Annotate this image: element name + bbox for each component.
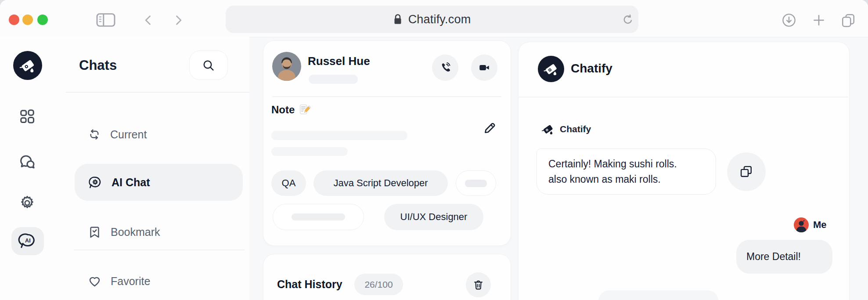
chatify-small-tag-icon [541,122,555,136]
traffic-lights [8,14,48,26]
sidebar-item-ai-chat[interactable]: AI Chat [75,164,243,201]
ai-assistant-button[interactable]: AI [11,227,44,255]
chat-header-title: Chatify [571,61,612,76]
ai-icon-label: AI [25,238,31,244]
sidebar-item-label: AI Chat [112,176,150,189]
me-avatar [794,217,809,232]
address-bar[interactable]: Chatify.com [226,6,638,33]
zoom-window-button[interactable] [37,14,48,25]
copy-icon [739,164,754,179]
tag-uiux-designer[interactable]: UI/UX Designer [384,204,483,230]
tag-skeleton-bar [292,213,345,220]
forward-icon[interactable] [172,14,184,26]
delete-history-button[interactable] [466,272,491,297]
tag-javascript-developer[interactable]: Java Script Developer [313,170,448,196]
search-button[interactable] [189,51,228,80]
minimize-window-button[interactable] [22,14,33,25]
dashboard-icon[interactable] [19,108,36,125]
tag-skeleton [456,170,496,196]
video-camera-icon [478,61,490,74]
me-sender-label: Me [813,219,827,231]
ai-chat-icon [88,175,102,190]
settings-gear-icon[interactable] [19,195,36,211]
assistant-sender-label: Chatify [560,124,591,134]
lock-icon [393,14,402,25]
me-sender-row: Me [794,217,827,232]
browser-window: Chatify.com [0,0,868,300]
memo-emoji-icon [299,104,311,116]
incoming-message-skeleton [598,290,718,300]
chatify-tag-icon [543,61,559,77]
tab-overview-icon[interactable] [840,12,856,28]
me-message-bubble: More Detail! [736,240,832,274]
note-header: Note [271,104,311,116]
ai-bubble-icon: AI [18,232,37,250]
note-line-skeleton [271,131,407,140]
chat-history-count-badge: 26/100 [354,274,403,295]
me-message-text: More Detail! [746,251,801,263]
sidebar-section-divider [74,249,245,250]
chat-header-divider [519,97,848,98]
chats-nav-icon[interactable] [18,153,36,171]
contact-name: Russel Hue [308,54,370,68]
sidebar-title: Chats [79,58,117,73]
video-call-button[interactable] [471,54,497,81]
assistant-message-bubble: Certainly! Making sushi rolls. also know… [537,148,716,195]
browser-chrome: Chatify.com [0,0,868,37]
bookmark-icon [88,225,101,239]
sidebar-header-divider [66,92,249,93]
voice-call-button[interactable] [432,54,458,81]
heart-icon [88,275,101,288]
app-logo[interactable] [13,51,42,80]
chat-header-logo [538,56,564,82]
note-line-skeleton [271,147,348,156]
assistant-message-line: also known as maki rolls. [548,172,707,187]
sidebar-item-label: Bookmark [111,226,160,239]
sidebar-item-bookmark[interactable]: Bookmark [75,219,243,245]
downloads-icon[interactable] [782,13,796,28]
assistant-message-line: Certainly! Making sushi rolls. [548,156,707,172]
edit-note-icon[interactable] [482,120,497,135]
tag-skeleton-bar [465,180,487,187]
assistant-sender-row: Chatify [541,122,591,136]
chat-history-title: Chat History [277,278,342,291]
tag-qa[interactable]: QA [271,170,306,196]
sidebar-item-label: Favorite [111,275,150,288]
note-title: Note [271,104,295,116]
sidebar-item-current[interactable]: Current [75,121,243,148]
tag-skeleton [273,204,364,230]
sidebar-item-favorite[interactable]: Favorite [75,268,243,294]
copy-message-button[interactable] [727,152,766,191]
repeat-icon [88,128,101,141]
profile-divider [272,96,501,97]
new-tab-icon[interactable] [812,13,826,27]
sidebar-item-label: Current [110,128,147,141]
trash-icon [472,279,484,291]
search-icon [202,59,215,72]
url-text: Chatify.com [408,13,471,26]
chatify-tag-icon [18,56,37,75]
phone-icon [439,61,451,74]
browser-sidebar-toggle-icon[interactable] [96,13,116,27]
contact-status-skeleton [309,75,358,84]
back-icon[interactable] [142,14,155,26]
contact-avatar [272,52,301,81]
close-window-button[interactable] [9,14,19,25]
reload-icon[interactable] [622,14,634,26]
